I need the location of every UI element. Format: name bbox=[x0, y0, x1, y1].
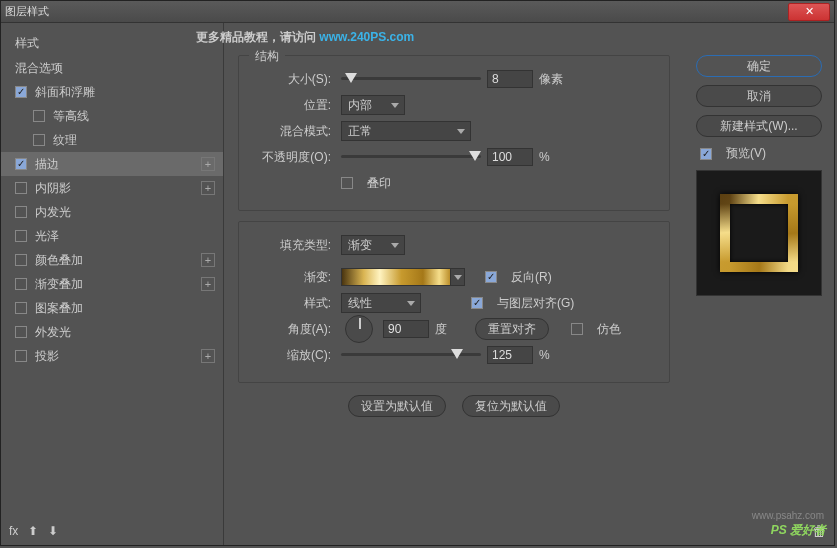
style-label: 内阴影 bbox=[35, 180, 201, 197]
make-default-button[interactable]: 设置为默认值 bbox=[348, 395, 446, 417]
style-checkbox[interactable] bbox=[33, 134, 45, 146]
style-label: 图案叠加 bbox=[35, 300, 215, 317]
ok-button[interactable]: 确定 bbox=[696, 55, 822, 77]
arrow-up-icon[interactable]: ⬆ bbox=[28, 524, 38, 538]
style-item-1[interactable]: 等高线 bbox=[1, 104, 223, 128]
add-effect-icon[interactable]: + bbox=[201, 349, 215, 363]
position-label: 位置: bbox=[251, 97, 335, 114]
style-label: 光泽 bbox=[35, 228, 215, 245]
style-item-8[interactable]: 渐变叠加+ bbox=[1, 272, 223, 296]
style-item-9[interactable]: 图案叠加 bbox=[1, 296, 223, 320]
opacity-input[interactable]: 100 bbox=[487, 148, 533, 166]
dither-label: 仿色 bbox=[597, 321, 621, 338]
style-label: 渐变叠加 bbox=[35, 276, 201, 293]
styles-sidebar: 样式 混合选项 斜面和浮雕等高线纹理描边+内阴影+内发光光泽颜色叠加+渐变叠加+… bbox=[1, 23, 224, 545]
filltype-label: 填充类型: bbox=[251, 237, 335, 254]
preview-label: 预览(V) bbox=[726, 145, 766, 162]
scale-input[interactable]: 125 bbox=[487, 346, 533, 364]
sidebar-header: 样式 bbox=[1, 31, 223, 56]
style-item-6[interactable]: 光泽 bbox=[1, 224, 223, 248]
angle-dial[interactable] bbox=[345, 315, 373, 343]
reset-default-button[interactable]: 复位为默认值 bbox=[462, 395, 560, 417]
alignlayer-checkbox[interactable] bbox=[471, 297, 483, 309]
cancel-button[interactable]: 取消 bbox=[696, 85, 822, 107]
gradient-swatch[interactable] bbox=[341, 268, 451, 286]
style-checkbox[interactable] bbox=[15, 278, 27, 290]
style-checkbox[interactable] bbox=[15, 326, 27, 338]
angle-input[interactable]: 90 bbox=[383, 320, 429, 338]
size-unit: 像素 bbox=[539, 71, 563, 88]
blending-options-label: 混合选项 bbox=[15, 60, 215, 77]
style-item-0[interactable]: 斜面和浮雕 bbox=[1, 80, 223, 104]
promo-overlay: 更多精品教程，请访问 www.240PS.com bbox=[196, 23, 414, 46]
gradient-label: 渐变: bbox=[251, 269, 335, 286]
window-title: 图层样式 bbox=[5, 4, 788, 19]
style-item-4[interactable]: 内阴影+ bbox=[1, 176, 223, 200]
reset-align-button[interactable]: 重置对齐 bbox=[475, 318, 549, 340]
gradient-dropdown-icon[interactable] bbox=[451, 268, 465, 286]
blendmode-select[interactable]: 正常 bbox=[341, 121, 471, 141]
opacity-slider[interactable] bbox=[341, 150, 481, 164]
preview-content bbox=[720, 194, 798, 272]
style-item-11[interactable]: 投影+ bbox=[1, 344, 223, 368]
filltype-select[interactable]: 渐变 bbox=[341, 235, 405, 255]
style-item-5[interactable]: 内发光 bbox=[1, 200, 223, 224]
size-slider[interactable] bbox=[341, 72, 481, 86]
scale-label: 缩放(C): bbox=[251, 347, 335, 364]
style-item-3[interactable]: 描边+ bbox=[1, 152, 223, 176]
fx-icon[interactable]: fx bbox=[9, 524, 18, 538]
angle-unit: 度 bbox=[435, 321, 447, 338]
style-checkbox[interactable] bbox=[15, 206, 27, 218]
blending-options[interactable]: 混合选项 bbox=[1, 56, 223, 80]
structure-title: 结构 bbox=[249, 48, 285, 65]
style-item-7[interactable]: 颜色叠加+ bbox=[1, 248, 223, 272]
add-effect-icon[interactable]: + bbox=[201, 181, 215, 195]
style-label: 内发光 bbox=[35, 204, 215, 221]
style-checkbox[interactable] bbox=[15, 254, 27, 266]
style-label: 颜色叠加 bbox=[35, 252, 201, 269]
right-pane: 确定 取消 新建样式(W)... 预览(V) bbox=[684, 23, 834, 545]
size-input[interactable]: 8 bbox=[487, 70, 533, 88]
style-checkbox[interactable] bbox=[15, 158, 27, 170]
style-label: 纹理 bbox=[53, 132, 215, 149]
opacity-unit: % bbox=[539, 150, 550, 164]
titlebar: 图层样式 ✕ bbox=[1, 1, 834, 23]
style-label: 等高线 bbox=[53, 108, 215, 125]
style-checkbox[interactable] bbox=[33, 110, 45, 122]
sidebar-footer: fx ⬆ ⬇ 🗑 bbox=[9, 523, 826, 539]
reverse-checkbox[interactable] bbox=[485, 271, 497, 283]
style-label: 斜面和浮雕 bbox=[35, 84, 215, 101]
arrow-down-icon[interactable]: ⬇ bbox=[48, 524, 58, 538]
style-checkbox[interactable] bbox=[15, 302, 27, 314]
alignlayer-label: 与图层对齐(G) bbox=[497, 295, 574, 312]
style-item-2[interactable]: 纹理 bbox=[1, 128, 223, 152]
add-effect-icon[interactable]: + bbox=[201, 157, 215, 171]
style-label: 描边 bbox=[35, 156, 201, 173]
style-checkbox[interactable] bbox=[15, 230, 27, 242]
scale-slider[interactable] bbox=[341, 348, 481, 362]
overprint-label: 叠印 bbox=[367, 175, 391, 192]
close-button[interactable]: ✕ bbox=[788, 3, 830, 21]
promo-url: www.240PS.com bbox=[319, 30, 414, 44]
preview-checkbox[interactable] bbox=[700, 148, 712, 160]
style-checkbox[interactable] bbox=[15, 86, 27, 98]
style-label: 投影 bbox=[35, 348, 201, 365]
reverse-label: 反向(R) bbox=[511, 269, 552, 286]
angle-label: 角度(A): bbox=[251, 321, 335, 338]
add-effect-icon[interactable]: + bbox=[201, 277, 215, 291]
gradstyle-select[interactable]: 线性 bbox=[341, 293, 421, 313]
structure-group: 结构 大小(S): 8 像素 位置: 内部 混合模式: 正常 不透明度(O): bbox=[238, 55, 670, 211]
preview-thumbnail bbox=[696, 170, 822, 296]
style-checkbox[interactable] bbox=[15, 350, 27, 362]
watermark-logo: PS 爱好者 bbox=[771, 521, 826, 539]
new-style-button[interactable]: 新建样式(W)... bbox=[696, 115, 822, 137]
dither-checkbox[interactable] bbox=[571, 323, 583, 335]
watermark-url: www.psahz.com bbox=[752, 510, 824, 521]
promo-text: 更多精品教程，请访问 bbox=[196, 30, 319, 44]
add-effect-icon[interactable]: + bbox=[201, 253, 215, 267]
position-select[interactable]: 内部 bbox=[341, 95, 405, 115]
style-item-10[interactable]: 外发光 bbox=[1, 320, 223, 344]
style-checkbox[interactable] bbox=[15, 182, 27, 194]
scale-unit: % bbox=[539, 348, 550, 362]
overprint-checkbox[interactable] bbox=[341, 177, 353, 189]
